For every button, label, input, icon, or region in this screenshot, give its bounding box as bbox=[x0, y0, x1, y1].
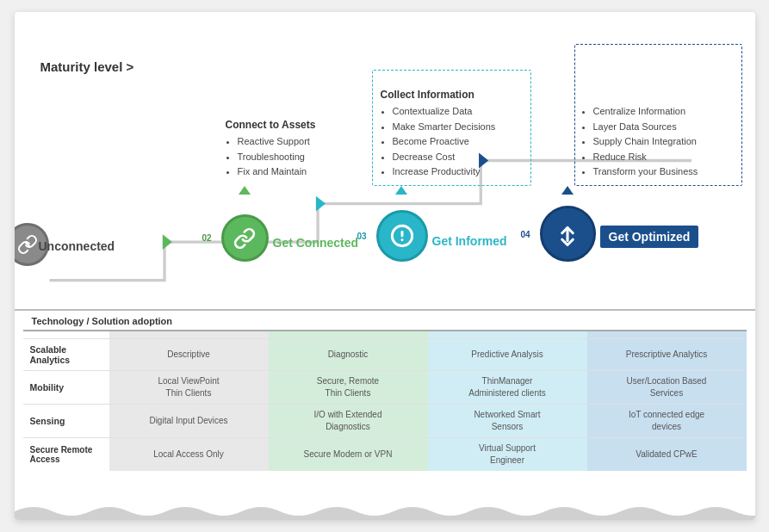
step04-item-4: Reduce Risk bbox=[593, 150, 741, 165]
step03-item-1: Contextualize Data bbox=[393, 104, 527, 120]
step04-list: Centralize Information Layer Data Source… bbox=[581, 104, 741, 180]
step03-item-2: Make Smarter Decisions bbox=[393, 120, 527, 135]
cell-mobility-2: Secure, Remote Thin Clients bbox=[269, 370, 428, 404]
step04-arrow bbox=[561, 186, 574, 195]
step04-content: Centralize Information Layer Data Source… bbox=[581, 104, 741, 180]
step04-item-1: Centralize Information bbox=[593, 104, 741, 120]
main-card: Maturity level > 01 Unconnected bbox=[15, 12, 755, 520]
step04-label-bg: Get Optimized bbox=[600, 226, 699, 248]
cell-analytics-1: Descriptive bbox=[109, 338, 269, 370]
cell-analytics-3: Predictive Analysis bbox=[428, 338, 587, 370]
step03-item-5: Increase Productivity bbox=[393, 164, 527, 180]
step02-item-1: Reactive Support bbox=[238, 134, 359, 150]
step02-arrow bbox=[239, 186, 251, 195]
col-header-2 bbox=[269, 330, 428, 338]
step03-circle bbox=[376, 210, 428, 262]
col-header-1 bbox=[109, 330, 269, 338]
cell-mobility-1: Local ViewPoint Thin Clients bbox=[109, 370, 269, 404]
cell-analytics-2: Diagnostic bbox=[269, 338, 428, 370]
step02-label: Get Connected bbox=[273, 236, 359, 250]
step03-content: Collect Information Contextualize Data M… bbox=[381, 89, 527, 180]
wavy-decoration bbox=[15, 503, 755, 520]
step04-item-3: Supply Chain Integration bbox=[593, 134, 741, 150]
step04-item-5: Transform your Business bbox=[593, 164, 741, 180]
step02-number: 02 bbox=[202, 233, 212, 243]
step02-content: Connect to Assets Reactive Support Troub… bbox=[226, 119, 359, 180]
cell-sensing-4: IoT connected edge devices bbox=[587, 404, 747, 437]
step03-item-3: Become Proactive bbox=[393, 134, 527, 150]
step03-item-4: Decrease Cost bbox=[393, 150, 527, 165]
col-header-4 bbox=[587, 330, 747, 338]
section-label: Technology / Solution adoption bbox=[23, 311, 747, 330]
row-label-sensing: Sensing bbox=[23, 404, 109, 437]
cell-secure-2: Secure Modem or VPN bbox=[269, 437, 428, 471]
top-section: Maturity level > 01 Unconnected bbox=[15, 12, 755, 309]
step04-circle bbox=[540, 206, 596, 262]
step02-list: Reactive Support Troubleshooting Fix and… bbox=[226, 134, 359, 180]
maturity-label: Maturity level > bbox=[40, 59, 134, 74]
svg-marker-0 bbox=[162, 234, 171, 250]
cell-secure-4: Validated CPwE bbox=[587, 437, 747, 471]
step02-circle bbox=[221, 214, 269, 262]
step03-list: Contextualize Data Make Smarter Decision… bbox=[381, 104, 527, 180]
cell-sensing-2: I/O with Extended Diagnostics bbox=[269, 404, 428, 437]
step02-item-2: Troubleshooting bbox=[238, 150, 359, 165]
cell-mobility-4: User/Location Based Services bbox=[587, 370, 747, 404]
step02-item-3: Fix and Maintain bbox=[238, 164, 359, 180]
col-header-3 bbox=[428, 330, 587, 338]
step01-label: Unconnected bbox=[39, 239, 115, 253]
cell-mobility-3: ThinManager Administered clients bbox=[428, 370, 587, 404]
row-label-secure: Secure Remote Access bbox=[23, 437, 109, 471]
row-label-analytics: Scalable Analytics bbox=[23, 338, 109, 370]
step03-label: Get Informed bbox=[432, 234, 507, 248]
cell-sensing-1: Digital Input Devices bbox=[109, 404, 269, 437]
bottom-section: Technology / Solution adoption Scalable … bbox=[15, 309, 755, 520]
svg-marker-1 bbox=[315, 196, 325, 212]
cell-sensing-3: Networked Smart Sensors bbox=[428, 404, 587, 437]
step04-item-2: Layer Data Sources bbox=[593, 120, 741, 135]
step02-content-title: Connect to Assets bbox=[226, 119, 359, 131]
step04-label: Get Optimized bbox=[609, 230, 691, 244]
row-label-mobility: Mobility bbox=[23, 370, 109, 404]
step04-number: 04 bbox=[521, 230, 530, 239]
step03-number: 03 bbox=[357, 232, 367, 241]
cell-secure-3: Virtual Support Engineer bbox=[428, 437, 587, 471]
tech-table: Scalable Analytics Descriptive Diagnosti… bbox=[23, 330, 747, 471]
cell-analytics-4: Prescriptive Analytics bbox=[587, 338, 747, 370]
cell-secure-1: Local Access Only bbox=[109, 437, 269, 471]
step03-arrow bbox=[395, 186, 407, 195]
step03-content-title: Collect Information bbox=[381, 89, 527, 101]
